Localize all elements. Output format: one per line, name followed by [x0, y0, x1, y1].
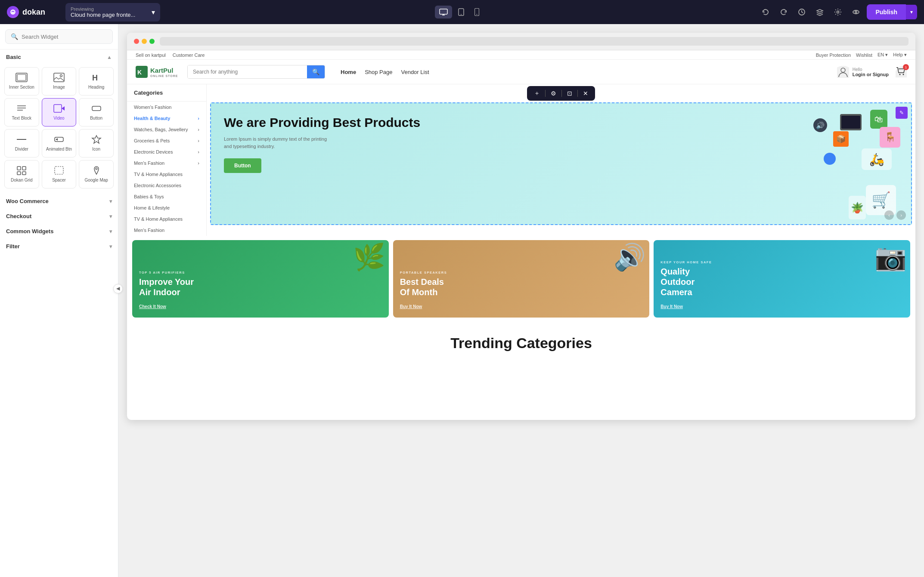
widget-icon[interactable]: Icon	[79, 129, 114, 157]
traffic-lights	[134, 39, 155, 44]
widget-button[interactable]: Button	[79, 98, 114, 127]
site-search-button[interactable]: 🔍	[307, 65, 325, 78]
customer-care-link[interactable]: Customer Care	[173, 52, 205, 58]
banner-2-link[interactable]: Buy It Now	[400, 304, 643, 309]
banner-2-product: 🔊	[614, 244, 646, 270]
device-buttons	[435, 6, 484, 19]
banner-camera[interactable]: KEEP YOUR HOME SAFE Quality Outdoor Came…	[654, 240, 910, 318]
cat-home-lifestyle[interactable]: Home & Lifestyle	[127, 202, 206, 213]
nav-shop[interactable]: Shop Page	[365, 69, 392, 75]
carousel-prev[interactable]: ‹	[884, 210, 894, 220]
hero-cta-button[interactable]: Button	[224, 158, 261, 173]
view-button[interactable]	[849, 6, 863, 19]
cat-womens-fashion[interactable]: Women's Fashion	[127, 102, 206, 113]
cat-electronic-devices[interactable]: Electronic Devices ›	[127, 146, 206, 157]
banner-speakers[interactable]: PORTABLE SPEAKERS Best Deals Of Month Bu…	[393, 240, 650, 318]
collapse-panel-button[interactable]: ◀	[118, 284, 123, 293]
toolbar-divider-3	[577, 90, 578, 97]
cart-icon[interactable]: 1	[896, 66, 907, 77]
categories-title: Categories	[127, 84, 206, 102]
undo-button[interactable]	[758, 6, 773, 19]
site-logo-subtext: ONLINE STORE	[150, 74, 178, 77]
banner-1-link[interactable]: Check It Now	[139, 304, 382, 309]
app-logo: dokan	[7, 6, 59, 18]
search-input[interactable]	[22, 34, 107, 40]
divider-icon	[16, 135, 27, 144]
wishlist-link[interactable]: Wishlist	[856, 52, 872, 58]
section-checkout-header[interactable]: Checkout ▾	[0, 209, 118, 224]
tablet-device-btn[interactable]	[454, 6, 468, 19]
maximize-window-button[interactable]	[149, 39, 155, 44]
icon-widget-icon	[91, 135, 102, 144]
publish-button[interactable]: Publish	[867, 4, 906, 20]
svg-rect-28	[55, 167, 63, 174]
preview-selector[interactable]: Previewing Cloud home page fronte... ▾	[65, 3, 160, 22]
language-selector[interactable]: EN ▾	[877, 52, 888, 58]
nav-vendor[interactable]: Vendor List	[401, 69, 429, 75]
widget-google-map-label: Google Map	[84, 178, 108, 183]
widget-divider-label: Divider	[15, 147, 28, 152]
duplicate-element-button[interactable]: ⊡	[564, 88, 576, 99]
banner-3-title: Quality Outdoor Camera	[660, 266, 721, 297]
svg-point-0	[10, 9, 16, 15]
heading-icon: H	[91, 73, 102, 82]
edit-element-button[interactable]: ✎	[896, 107, 908, 119]
cat-tv-home[interactable]: TV & Home Appliances	[127, 169, 206, 180]
minimize-window-button[interactable]	[142, 39, 147, 44]
mobile-device-btn[interactable]	[470, 6, 484, 19]
settings-element-button[interactable]: ⚙	[547, 88, 560, 99]
widget-dokan-grid[interactable]: Dokan Grid	[4, 160, 39, 188]
site-search-input[interactable]	[188, 65, 307, 78]
cat-watches[interactable]: Watches, Bags, Jewellery ›	[127, 124, 206, 135]
widget-spacer[interactable]: Spacer	[42, 160, 77, 188]
cat-mens-fashion-2[interactable]: Men's Fashion	[127, 225, 206, 236]
widget-animated-btn[interactable]: Animated Btn	[42, 129, 77, 157]
widgets-area: Basic ▲ Inner Section Image	[0, 49, 118, 577]
site-topbar-right: Buyer Protection Wishlist EN ▾ Help ▾	[816, 52, 907, 58]
widget-google-map[interactable]: Google Map	[79, 160, 114, 188]
banner-air-purifiers[interactable]: TOP 5 AIR PURIFIERS Improve Your Air Ind…	[132, 240, 389, 318]
cat-electronic-accessories[interactable]: Electronic Accessories	[127, 180, 206, 191]
widget-video[interactable]: Video	[42, 98, 77, 127]
desktop-device-btn[interactable]	[435, 6, 452, 19]
browser-url-bar	[160, 37, 908, 46]
user-account[interactable]: Hello Login or Signup	[837, 66, 889, 78]
cat-tv-home-2[interactable]: TV & Home Appliances	[127, 213, 206, 225]
hero-section: Categories Women's Fashion Health & Beau…	[127, 84, 915, 236]
widget-text-block[interactable]: Text Block	[4, 98, 39, 127]
widget-button-label: Button	[90, 116, 102, 121]
nav-home[interactable]: Home	[341, 69, 356, 75]
publish-dropdown-button[interactable]: ▾	[906, 5, 917, 19]
search-area: 🔍	[0, 24, 118, 49]
history-button[interactable]	[794, 6, 809, 19]
svg-rect-25	[22, 167, 26, 170]
widget-divider[interactable]: Divider	[4, 129, 39, 157]
help-link[interactable]: Help ▾	[893, 52, 907, 58]
section-woocommerce-header[interactable]: Woo Commerce ▾	[0, 194, 118, 209]
widget-image[interactable]: Image	[42, 67, 77, 96]
search-icon: 🔍	[11, 33, 18, 40]
cat-groceries[interactable]: Groceries & Pets ›	[127, 135, 206, 146]
cat-babies-toys[interactable]: Babies & Toys	[127, 191, 206, 202]
banner-3-link[interactable]: Buy It Now	[660, 304, 903, 309]
toolbar-divider-1	[545, 90, 546, 97]
section-filter-header[interactable]: Filter ▾	[0, 239, 118, 254]
widget-inner-section[interactable]: Inner Section	[4, 67, 39, 96]
section-common-header[interactable]: Common Widgets ▾	[0, 224, 118, 239]
svg-point-3	[461, 14, 462, 15]
carousel-next[interactable]: ›	[896, 210, 906, 220]
add-element-button[interactable]: ＋	[530, 88, 543, 99]
cat-mens-fashion[interactable]: Men's Fashion ›	[127, 157, 206, 169]
redo-button[interactable]	[776, 6, 791, 19]
cat-health-beauty[interactable]: Health & Beauty ›	[127, 113, 206, 124]
close-window-button[interactable]	[134, 39, 139, 44]
delete-element-button[interactable]: ✕	[580, 88, 592, 99]
buyer-protection-link[interactable]: Buyer Protection	[816, 52, 851, 58]
settings-button[interactable]	[831, 6, 845, 19]
widget-heading[interactable]: H Heading	[79, 67, 114, 96]
sell-on-kartpul-link[interactable]: Sell on kartpul	[136, 52, 166, 58]
section-basic-header[interactable]: Basic ▲	[0, 49, 118, 65]
hero-banner[interactable]: ✎ We are Providing Best Products Lorem I…	[210, 102, 912, 225]
layers-button[interactable]	[812, 6, 827, 19]
svg-point-35	[899, 74, 901, 75]
